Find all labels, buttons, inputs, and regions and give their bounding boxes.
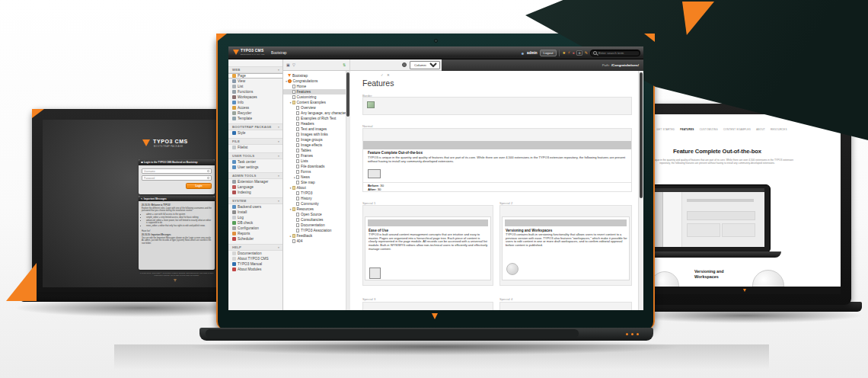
tree-item[interactable]: Image groups [283,137,349,143]
tree-item[interactable]: ▸ News [283,175,349,180]
new-page-icon[interactable]: ▣ [286,62,290,67]
tree-item[interactable]: Images with links [283,132,349,137]
tree-item[interactable]: Documentation [283,223,349,228]
tree-item[interactable]: Any language, any characters [283,111,349,116]
tree-item[interactable]: Consultancies [283,217,349,223]
module-menu-item[interactable]: Workspaces [228,94,282,100]
cache-icon[interactable]: ● [572,51,574,55]
tree-item[interactable]: Open Source [283,212,349,217]
module-menu-item[interactable]: Reports [228,231,282,236]
content-element-special4[interactable] [499,302,632,310]
tree-item[interactable]: ▾ About [283,185,349,191]
module-menu-item[interactable]: Log [228,215,282,220]
module-menu-item[interactable]: Install [228,210,282,215]
tree-item[interactable]: Headers [283,121,349,127]
tree-item[interactable]: ▾ Resources [283,207,349,212]
frontend-nav-item[interactable]: FEATURES [680,128,694,131]
module-menu-item[interactable]: Scheduler [228,236,282,242]
content-element-border[interactable] [362,97,632,115]
tree-item[interactable]: Forms [283,169,349,175]
module-menu-item[interactable]: List [228,84,282,89]
search-input[interactable] [598,51,637,55]
module-menu-section-header[interactable]: WEB ▾ [228,66,282,73]
tree-item[interactable]: Home [283,84,349,89]
module-menu-item[interactable]: Template [228,116,282,121]
module-menu-item[interactable]: Backend users [228,204,282,210]
open-docs-count[interactable]: 0 [576,50,582,56]
tree-item[interactable]: ▾ Congratulations [283,78,349,84]
module-menu-item[interactable]: Filelist [228,145,282,150]
content-element-special2[interactable]: Versioning and Workspaces TYPO3 contains… [499,205,632,286]
module-menu-item[interactable]: View [228,78,282,84]
module-menu-item[interactable]: Language [228,184,282,190]
tree-item[interactable]: TYPO3 Association [283,228,349,233]
frontend-nav-item[interactable]: RESOURCES [771,128,787,131]
tree-item[interactable]: TYPO3 [283,191,349,196]
frontend-nav-item[interactable]: CUSTOMIZING [700,128,718,131]
username-field[interactable] [142,168,212,174]
tree-item[interactable]: 404 [283,239,349,244]
module-menu-item[interactable]: Recycler [228,111,282,116]
module-menu-item[interactable]: Indexing [228,190,282,195]
tree-item[interactable]: Overview [283,105,349,111]
module-menu-section-header[interactable]: BOOTSTRAP PACKAGE ▾ [228,123,282,130]
module-menu-item[interactable]: Functions [228,89,282,94]
tree-item[interactable]: Examples of Rich Text [283,116,349,121]
frontend-nav-item[interactable]: ABOUT [756,128,765,131]
tree-item[interactable]: Lists [283,159,349,164]
module-menu-item[interactable]: About TYPO3 CMS [228,256,282,261]
module-menu-item[interactable]: Info [228,100,282,105]
tree-scrollbar-thumb[interactable] [346,72,349,117]
tree-item[interactable]: Frames [283,153,349,159]
opendocs-icon[interactable]: ✎ [585,51,588,55]
module-menu-item[interactable]: Access [228,105,282,111]
module-menu-section-header[interactable]: SYSTEM ▾ [228,197,282,204]
tree-item[interactable]: Text and images [283,127,349,132]
module-menu-section-header[interactable]: ADMIN TOOLS ▾ [228,172,282,179]
tree-item[interactable]: Bootstrap [283,73,349,78]
logout-button[interactable]: Logout [540,50,557,56]
tree-item[interactable]: ▾ Content Examples [283,100,349,105]
tree-item[interactable]: Tables [283,148,349,153]
tree-item[interactable]: Customizing [283,94,349,100]
content-element-normal[interactable]: Feature Complete Out-of-the-box TYPO3 is… [362,128,632,192]
frontend-nav-item[interactable]: GET STARTED [656,128,675,131]
module-menu-section-header[interactable]: FILE ▾ [228,138,282,145]
module-menu-item[interactable]: About Modules [228,267,282,272]
flash-icon[interactable]: ⚡ [567,51,570,55]
content-element-special3[interactable] [362,302,493,310]
module-menu-item[interactable]: Style [228,130,282,136]
tree-item[interactable]: Image effects [283,143,349,148]
content-scrollbar-thumb[interactable] [640,72,643,198]
tree-item[interactable]: Features [283,89,349,94]
tree-item[interactable]: ▸ Feedback [283,233,349,239]
tree-item[interactable]: History [283,196,349,201]
save-icon[interactable]: ✓ [381,73,384,77]
module-menu-item[interactable]: Extension Manager [228,179,282,184]
tree-item[interactable]: File downloads [283,164,349,169]
module-menu-item-label: View [238,79,245,83]
columns-select[interactable]: Columns [410,61,440,69]
tree-item[interactable]: Community [283,201,349,207]
content-element-special1[interactable]: Ease of Use TYPO3 is built around conten… [362,205,493,286]
filter-icon[interactable]: ▽ [292,62,295,67]
frontend-nav-item[interactable]: CONTENT EXAMPLES [723,128,751,131]
password-field[interactable] [142,175,212,181]
module-menu-item[interactable]: DB check [228,220,282,226]
star-icon[interactable]: ★ [562,51,565,55]
module-menu-item[interactable]: TYPO3 Manual [228,261,282,267]
login-button[interactable]: Login [186,183,212,189]
module-menu-item[interactable]: Configuration [228,226,282,231]
close-icon[interactable]: ✕ [387,73,390,77]
module-menu-item[interactable]: Page [228,73,282,78]
module-menu-item[interactable]: Documentation [228,251,282,256]
refresh-icon[interactable]: ⇅ [343,62,346,67]
module-menu-section-header[interactable]: HELP ▾ [228,244,282,251]
module-menu-section-header[interactable]: USER TOOLS ▾ [228,152,282,159]
module-menu-item[interactable]: User settings [228,165,282,170]
module-menu-item[interactable]: Task center [228,159,282,165]
tree-item-label: Overview [301,106,316,110]
tree-item[interactable]: Site map [283,180,349,185]
preview-icon[interactable] [402,62,407,67]
list-icon [232,85,236,88]
